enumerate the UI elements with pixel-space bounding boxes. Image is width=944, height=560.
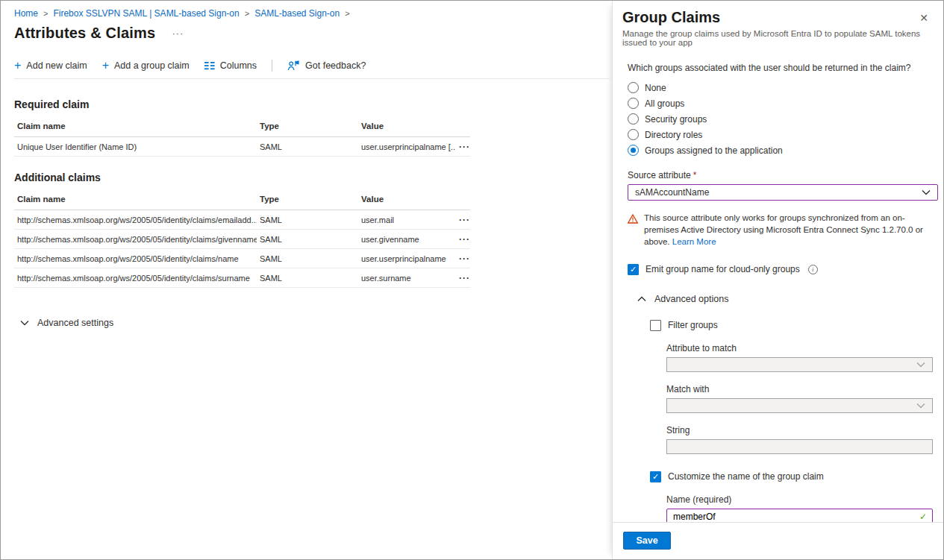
radio-label: Security groups	[645, 114, 707, 125]
claim-type-cell: SAML	[257, 142, 358, 151]
additional-claims-heading: Additional claims	[14, 172, 612, 183]
radio-label: None	[645, 83, 666, 93]
radio-label: All groups	[645, 98, 684, 109]
add-group-claim-button[interactable]: + Add a group claim	[102, 60, 190, 71]
table-header-row: Claim name Type Value	[14, 188, 470, 210]
source-attribute-dropdown[interactable]: sAMAccountName	[628, 184, 938, 201]
checkbox-icon	[650, 471, 661, 482]
chevron-up-icon	[637, 296, 646, 302]
source-attribute-label: Source attribute*	[628, 170, 938, 180]
panel-footer: Save	[613, 522, 943, 559]
name-input[interactable]	[666, 509, 933, 522]
chevron-down-icon	[916, 403, 925, 409]
row-more-button[interactable]: ···	[455, 143, 470, 151]
page-header: Attributes & Claims ···	[14, 25, 612, 42]
claim-value-cell: user.userprincipalname [...	[358, 142, 455, 151]
source-attribute-value: sAMAccountName	[635, 187, 709, 198]
table-row[interactable]: http://schemas.xmlsoap.org/ws/2005/05/id…	[14, 230, 470, 249]
additional-claims-table: Claim name Type Value http://schemas.xml…	[14, 188, 470, 288]
checkbox-label: Customize the name of the group claim	[668, 471, 824, 482]
breadcrumb-home[interactable]: Home	[14, 8, 38, 19]
claim-type-cell: SAML	[257, 254, 358, 263]
claim-type-cell: SAML	[257, 235, 358, 244]
claim-type-cell: SAML	[257, 274, 358, 283]
radio-option-groups-assigned[interactable]: Groups assigned to the application	[628, 142, 938, 158]
radio-icon	[628, 98, 639, 109]
valid-check-icon: ✓	[919, 512, 927, 522]
breadcrumb-separator: >	[245, 9, 249, 18]
breadcrumb-separator: >	[345, 9, 349, 18]
close-icon[interactable]: ✕	[915, 9, 933, 27]
row-more-button[interactable]: ···	[455, 236, 470, 243]
row-more-button[interactable]: ···	[455, 216, 470, 224]
breadcrumb-saml-sign-on[interactable]: SAML-based Sign-on	[254, 8, 340, 19]
chevron-down-icon	[922, 189, 931, 195]
table-row[interactable]: http://schemas.xmlsoap.org/ws/2005/05/id…	[14, 210, 470, 230]
advanced-settings-toggle[interactable]: Advanced settings	[20, 318, 113, 328]
string-label: String	[666, 425, 933, 435]
learn-more-link[interactable]: Learn More	[672, 237, 716, 246]
claim-name-cell: http://schemas.xmlsoap.org/ws/2005/05/id…	[14, 254, 257, 263]
attributes-claims-page: Home > Firebox SSLVPN SAML | SAML-based …	[1, 1, 612, 559]
plus-icon: +	[102, 61, 109, 70]
claim-value-cell: user.mail	[358, 215, 455, 224]
panel-title: Group Claims	[622, 9, 720, 26]
filter-groups-checkbox[interactable]: Filter groups	[650, 320, 938, 331]
table-row[interactable]: http://schemas.xmlsoap.org/ws/2005/05/id…	[14, 249, 470, 268]
radio-icon	[628, 129, 639, 140]
claim-name-cell: http://schemas.xmlsoap.org/ws/2005/05/id…	[14, 235, 257, 244]
toolbar: + Add new claim + Add a group claim Colu…	[14, 60, 610, 79]
warning-icon	[628, 213, 638, 248]
advanced-options-label: Advanced options	[654, 294, 728, 304]
column-header-type: Type	[257, 122, 358, 130]
required-asterisk: *	[693, 170, 697, 180]
info-icon[interactable]: i	[808, 265, 818, 274]
chevron-down-icon	[916, 362, 925, 368]
breadcrumb-separator: >	[43, 9, 48, 18]
panel-subtitle: Manage the group claims used by Microsof…	[622, 29, 933, 47]
save-button[interactable]: Save	[623, 532, 671, 550]
claim-name-cell: http://schemas.xmlsoap.org/ws/2005/05/id…	[14, 215, 257, 224]
match-with-label: Match with	[666, 384, 933, 394]
group-claims-panel: Group Claims ✕ Manage the group claims u…	[612, 1, 943, 559]
radio-option-all-groups[interactable]: All groups	[628, 95, 938, 111]
radio-icon	[628, 82, 639, 93]
column-header-claim-name: Claim name	[14, 122, 257, 130]
checkbox-icon	[650, 320, 661, 331]
checkbox-icon	[628, 264, 639, 275]
column-header-type: Type	[257, 195, 358, 204]
string-input	[666, 439, 933, 454]
claim-value-cell: user.givenname	[358, 235, 455, 244]
radio-icon	[628, 145, 639, 156]
radio-icon	[628, 113, 639, 125]
row-more-button[interactable]: ···	[455, 255, 470, 262]
column-header-value: Value	[358, 122, 455, 130]
advanced-settings-label: Advanced settings	[37, 318, 113, 328]
page-more-menu-icon[interactable]: ···	[172, 28, 184, 39]
add-new-claim-button[interactable]: + Add new claim	[14, 60, 87, 71]
row-more-button[interactable]: ···	[455, 274, 470, 282]
customize-fields: Name (required) ✓ Namespace (optional)	[666, 494, 933, 522]
group-claims-question: Which groups associated with the user sh…	[628, 63, 938, 73]
radio-option-none[interactable]: None	[628, 80, 938, 95]
toolbar-divider	[272, 60, 272, 72]
filter-groups-fields: Attribute to match Match with String	[666, 343, 933, 454]
columns-button[interactable]: Columns	[204, 60, 257, 71]
table-row[interactable]: Unique User Identifier (Name ID) SAML us…	[14, 137, 470, 157]
breadcrumb-enterprise-app[interactable]: Firebox SSLVPN SAML | SAML-based Sign-on	[53, 8, 239, 19]
required-claim-heading: Required claim	[14, 98, 612, 110]
got-feedback-button[interactable]: Got feedback?	[287, 60, 366, 71]
customize-group-claim-checkbox[interactable]: Customize the name of the group claim	[650, 471, 938, 482]
warning-message: This source attribute only works for gro…	[628, 213, 938, 248]
plus-icon: +	[14, 61, 21, 70]
emit-group-name-checkbox[interactable]: Emit group name for cloud-only groups i	[628, 264, 938, 275]
radio-option-directory-roles[interactable]: Directory roles	[628, 127, 938, 142]
radio-option-security-groups[interactable]: Security groups	[628, 111, 938, 127]
app-window: Home > Firebox SSLVPN SAML | SAML-based …	[0, 0, 944, 560]
checkbox-label: Filter groups	[668, 320, 718, 330]
claim-name-cell: http://schemas.xmlsoap.org/ws/2005/05/id…	[14, 274, 257, 283]
advanced-options-toggle[interactable]: Advanced options	[637, 294, 728, 304]
table-row[interactable]: http://schemas.xmlsoap.org/ws/2005/05/id…	[14, 268, 470, 288]
panel-header: Group Claims ✕ Manage the group claims u…	[613, 1, 943, 47]
claim-value-cell: user.surname	[358, 274, 455, 283]
